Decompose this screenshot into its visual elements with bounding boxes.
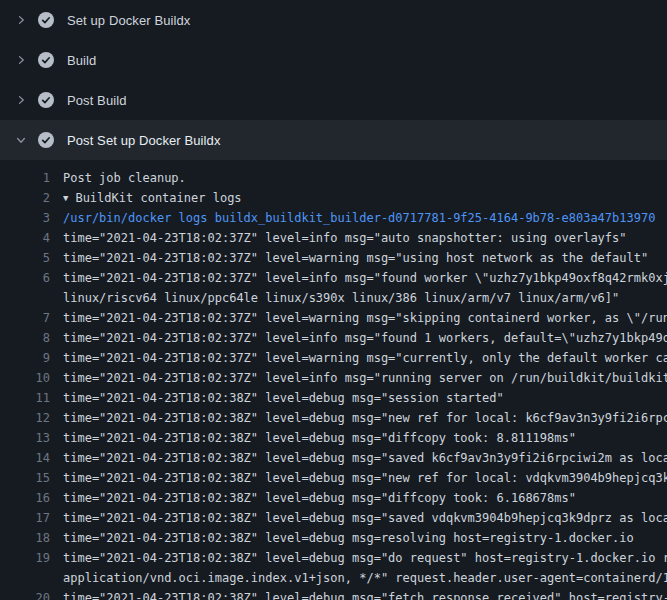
log-line: 14 time="2021-04-23T18:02:38Z" level=deb… bbox=[0, 448, 667, 468]
step-label: Build bbox=[67, 53, 96, 68]
log-line-number[interactable]: 13 bbox=[0, 428, 50, 448]
log-line-number[interactable]: 11 bbox=[0, 388, 50, 408]
log-line: 8 time="2021-04-23T18:02:37Z" level=info… bbox=[0, 328, 667, 348]
log-line-text: time="2021-04-23T18:02:37Z" level=info m… bbox=[63, 328, 667, 348]
log-line-number[interactable]: 4 bbox=[0, 228, 50, 248]
log-line-text: time="2021-04-23T18:02:38Z" level=debug … bbox=[63, 388, 667, 408]
log-line-number[interactable]: 3 bbox=[0, 208, 50, 228]
log-line-number[interactable]: 8 bbox=[0, 328, 50, 348]
step-build[interactable]: Build bbox=[0, 40, 667, 80]
log-line-text: time="2021-04-23T18:02:38Z" level=debug … bbox=[63, 508, 667, 528]
step-label: Post Set up Docker Buildx bbox=[67, 133, 221, 148]
log-line: linux/riscv64 linux/ppc64le linux/s390x … bbox=[0, 288, 667, 308]
chevron-right-icon bbox=[13, 52, 29, 68]
log-line: 10 time="2021-04-23T18:02:37Z" level=inf… bbox=[0, 368, 667, 388]
log-line-number[interactable]: 14 bbox=[0, 448, 50, 468]
log-line-number[interactable]: 16 bbox=[0, 488, 50, 508]
log-line: 13 time="2021-04-23T18:02:38Z" level=deb… bbox=[0, 428, 667, 448]
log-line-number[interactable]: 1 bbox=[0, 168, 50, 188]
log-line-text: time="2021-04-23T18:02:38Z" level=debug … bbox=[63, 588, 667, 600]
log-pane: 1 Post job cleanup. 2 ▼BuildKit containe… bbox=[0, 160, 667, 600]
log-line-number[interactable]: 17 bbox=[0, 508, 50, 528]
log-line: 5 time="2021-04-23T18:02:37Z" level=warn… bbox=[0, 248, 667, 268]
log-line-number[interactable]: 9 bbox=[0, 348, 50, 368]
log-line: 9 time="2021-04-23T18:02:37Z" level=warn… bbox=[0, 348, 667, 368]
log-line-text: time="2021-04-23T18:02:37Z" level=info m… bbox=[63, 368, 667, 388]
log-line-number[interactable]: 20 bbox=[0, 588, 50, 600]
workflow-log-viewer: Set up Docker Buildx Build P bbox=[0, 0, 667, 600]
log-line-text: time="2021-04-23T18:02:38Z" level=debug … bbox=[63, 448, 667, 468]
log-line: application/vnd.oci.image.index.v1+json,… bbox=[0, 568, 667, 588]
steps-list: Set up Docker Buildx Build P bbox=[0, 0, 667, 160]
log-line-text: /usr/bin/docker logs buildx_buildkit_bui… bbox=[63, 208, 667, 228]
log-line-number[interactable]: 15 bbox=[0, 468, 50, 488]
step-label: Post Build bbox=[67, 93, 127, 108]
check-circle-icon bbox=[38, 132, 54, 148]
log-line-text: time="2021-04-23T18:02:38Z" level=debug … bbox=[63, 468, 667, 488]
log-line-number[interactable]: 12 bbox=[0, 408, 50, 428]
log-line: 20 time="2021-04-23T18:02:38Z" level=deb… bbox=[0, 588, 667, 600]
log-line: 4 time="2021-04-23T18:02:37Z" level=info… bbox=[0, 228, 667, 248]
log-line: 6 time="2021-04-23T18:02:37Z" level=info… bbox=[0, 268, 667, 288]
chevron-down-icon bbox=[13, 132, 29, 148]
log-line: 12 time="2021-04-23T18:02:38Z" level=deb… bbox=[0, 408, 667, 428]
log-line-text: time="2021-04-23T18:02:38Z" level=debug … bbox=[63, 408, 667, 428]
check-circle-icon bbox=[38, 12, 54, 28]
step-label: Set up Docker Buildx bbox=[67, 13, 190, 28]
chevron-right-icon bbox=[13, 92, 29, 108]
log-line-text: time="2021-04-23T18:02:37Z" level=warnin… bbox=[63, 248, 667, 268]
step-post-set-up-docker-buildx[interactable]: Post Set up Docker Buildx bbox=[0, 120, 667, 160]
log-line-text: time="2021-04-23T18:02:38Z" level=debug … bbox=[63, 488, 667, 508]
log-line-text: ▼BuildKit container logs bbox=[63, 188, 667, 209]
log-line-number[interactable]: 7 bbox=[0, 308, 50, 328]
log-line: 1 Post job cleanup. bbox=[0, 168, 667, 188]
check-circle-icon bbox=[38, 92, 54, 108]
log-line: 15 time="2021-04-23T18:02:38Z" level=deb… bbox=[0, 468, 667, 488]
disclosure-triangle-icon[interactable]: ▼ bbox=[63, 188, 68, 208]
step-post-build[interactable]: Post Build bbox=[0, 80, 667, 120]
log-line-number[interactable]: 2 bbox=[0, 188, 50, 208]
log-line-number[interactable]: 5 bbox=[0, 248, 50, 268]
log-line: 3 /usr/bin/docker logs buildx_buildkit_b… bbox=[0, 208, 667, 228]
log-line: 17 time="2021-04-23T18:02:38Z" level=deb… bbox=[0, 508, 667, 528]
log-line: 19 time="2021-04-23T18:02:38Z" level=deb… bbox=[0, 548, 667, 568]
log-line: 16 time="2021-04-23T18:02:38Z" level=deb… bbox=[0, 488, 667, 508]
log-line-number[interactable]: 18 bbox=[0, 528, 50, 548]
log-line-number[interactable]: 10 bbox=[0, 368, 50, 388]
log-line-text: time="2021-04-23T18:02:38Z" level=debug … bbox=[63, 548, 667, 568]
log-line-text: application/vnd.oci.image.index.v1+json,… bbox=[63, 568, 667, 588]
log-line-text: time="2021-04-23T18:02:37Z" level=warnin… bbox=[63, 308, 667, 328]
log-line: 2 ▼BuildKit container logs bbox=[0, 188, 667, 208]
log-line-text: time="2021-04-23T18:02:37Z" level=info m… bbox=[63, 228, 667, 248]
log-line-number[interactable]: 6 bbox=[0, 268, 50, 288]
step-set-up-docker-buildx[interactable]: Set up Docker Buildx bbox=[0, 0, 667, 40]
check-circle-icon bbox=[38, 52, 54, 68]
log-line: 7 time="2021-04-23T18:02:37Z" level=warn… bbox=[0, 308, 667, 328]
log-line-text: time="2021-04-23T18:02:38Z" level=debug … bbox=[63, 428, 667, 448]
log-line-text: linux/riscv64 linux/ppc64le linux/s390x … bbox=[63, 288, 667, 308]
chevron-right-icon bbox=[13, 12, 29, 28]
log-line-text: time="2021-04-23T18:02:37Z" level=warnin… bbox=[63, 348, 667, 368]
log-line: 11 time="2021-04-23T18:02:38Z" level=deb… bbox=[0, 388, 667, 408]
log-line-text: time="2021-04-23T18:02:37Z" level=info m… bbox=[63, 268, 667, 288]
log-line: 18 time="2021-04-23T18:02:38Z" level=deb… bbox=[0, 528, 667, 548]
log-line-text: time="2021-04-23T18:02:38Z" level=debug … bbox=[63, 528, 667, 548]
log-line-number[interactable]: 19 bbox=[0, 548, 50, 568]
log-line-text: Post job cleanup. bbox=[63, 168, 667, 188]
